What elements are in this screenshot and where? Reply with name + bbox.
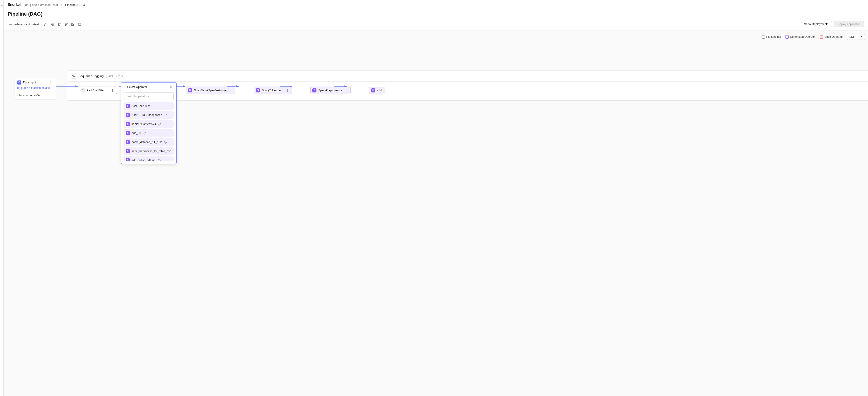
drag-handle-icon[interactable] xyxy=(124,86,125,88)
canvas[interactable]: Placeholder Committed Operator Stale Ope… xyxy=(4,31,868,396)
node-label: SpacyPreprocessor xyxy=(318,89,342,92)
legend-placeholder-label: Placeholder xyxy=(766,35,781,38)
svg-rect-5 xyxy=(72,75,73,76)
deploy-application-button: Deploy application xyxy=(834,21,864,27)
node-menu[interactable]: ⋮ xyxy=(110,88,115,92)
info-icon[interactable] xyxy=(158,159,161,161)
operator-option[interactable]: Cadd_public_pdf_url xyxy=(124,156,174,161)
search-operators-input[interactable] xyxy=(124,92,174,100)
operator-label: parse_datacap_full_102 xyxy=(131,141,162,144)
operator-badge: C xyxy=(126,158,130,161)
sidebar-rail xyxy=(0,0,4,396)
operator-badge: C xyxy=(126,122,130,126)
archive-icon[interactable] xyxy=(78,22,82,26)
node-label: SpacyTokenizer xyxy=(262,89,281,92)
node-label: add_ xyxy=(377,89,383,92)
operator-option[interactable]: Pparse_datacap_full_102 xyxy=(124,138,174,146)
sequence-tagging-block: Sequence Tagging (Block 17464) ? AsciiCh… xyxy=(67,70,868,100)
placeholder-swatch xyxy=(762,35,765,39)
operator-label: add_url xyxy=(131,131,141,135)
popover-title: Select Operator xyxy=(127,86,147,89)
block-title: Sequence Tagging xyxy=(79,74,104,78)
operator-label: sam_preprocess_for_table_con xyxy=(131,150,171,153)
stale-swatch xyxy=(819,35,823,39)
operator-option[interactable]: AAsciiCharFilter xyxy=(124,102,174,110)
page-title: Pipeline (DAG) xyxy=(8,11,42,17)
node-add-url[interactable]: U add_ xyxy=(369,87,385,94)
data-input-card[interactable]: D Data input ⋮ drug-ade-extraction-datas… xyxy=(14,78,56,99)
data-input-title: Data input xyxy=(23,81,36,84)
operator-badge: C xyxy=(126,149,130,153)
breadcrumb-separator: / xyxy=(61,3,62,6)
node-badge: U xyxy=(371,88,375,92)
edit-icon[interactable] xyxy=(43,22,48,26)
node-badge: N xyxy=(188,88,192,92)
node-label: AsciiCharFilter xyxy=(87,89,104,92)
legend-committed-label: Committed Operator xyxy=(790,35,815,38)
copy-icon[interactable] xyxy=(51,22,55,26)
operator-label: AsciiCharFilter xyxy=(131,104,150,108)
svg-rect-4 xyxy=(79,23,81,26)
cart-icon[interactable] xyxy=(64,22,68,26)
data-input-badge: D xyxy=(17,81,21,85)
legend: Placeholder Committed Operator Stale Ope… xyxy=(762,34,865,40)
operator-badge: A xyxy=(126,104,130,108)
close-icon[interactable]: ✕ xyxy=(169,85,174,89)
save-icon[interactable] xyxy=(71,22,75,26)
node-label: NounChunkSpanFeaturizer xyxy=(194,89,227,92)
info-icon[interactable] xyxy=(158,123,161,126)
node-badge: S xyxy=(256,88,260,92)
toolbar: drug-ade-extraction-testtt Show Deployme… xyxy=(4,21,868,31)
breadcrumb: drug-ade-extraction-testtt / Pipeline (D… xyxy=(25,3,85,6)
data-input-menu[interactable]: ⋮ xyxy=(49,80,53,85)
pipeline-name: drug-ade-extraction-testtt xyxy=(8,23,40,26)
info-icon[interactable] xyxy=(164,141,167,144)
operator-option[interactable]: CTableOfContentsV4 xyxy=(124,120,174,128)
logo: Snorkel xyxy=(8,3,21,7)
legend-stale-label: Stale Operator xyxy=(825,35,843,38)
operator-option[interactable]: Cadd_url xyxy=(124,129,174,137)
breadcrumb-current: Pipeline (DAG) xyxy=(65,3,85,6)
node-menu[interactable]: ⋮ xyxy=(344,88,348,92)
committed-swatch xyxy=(785,35,789,39)
info-icon[interactable] xyxy=(143,132,146,135)
node-spacypreprocessor[interactable]: S SpacyPreprocessor ⋮ xyxy=(310,87,350,94)
operator-option[interactable]: Csam_preprocess_for_table_con xyxy=(124,147,174,155)
operator-label: TableOfContentsV4 xyxy=(131,122,156,126)
mode-select[interactable]: EDIT▼ xyxy=(847,34,865,40)
chevron-down-icon: ▼ xyxy=(861,36,863,38)
node-menu[interactable]: ⋮ xyxy=(285,88,290,92)
block-icon xyxy=(71,73,76,79)
block-meta: (Block 17464) xyxy=(106,74,123,78)
node-spacytokenizer[interactable]: S SpacyTokenizer ⋮ xyxy=(254,87,292,94)
topbar: Snorkel drug-ade-extraction-testtt / Pip… xyxy=(4,0,868,10)
info-icon[interactable] xyxy=(164,114,167,117)
expand-sidebar-button[interactable] xyxy=(0,4,3,7)
show-deployments-button[interactable]: Show Deployments xyxy=(801,21,832,27)
svg-rect-6 xyxy=(74,76,74,77)
dataset-link[interactable]: drug-ade-extraction-dataset-07... xyxy=(17,86,53,90)
breadcrumb-project[interactable]: drug-ade-extraction-testtt xyxy=(25,3,58,6)
input-schema-label: Input schema (5) xyxy=(19,94,39,97)
node-asciicharfilter-placeholder[interactable]: ? AsciiCharFilter ⋮ xyxy=(79,87,117,94)
node-badge: ? xyxy=(81,88,85,92)
operator-badge: C xyxy=(126,113,130,117)
input-schema-toggle[interactable]: › Input schema (5) xyxy=(17,92,53,97)
mode-select-value: EDIT xyxy=(849,35,856,38)
node-badge: S xyxy=(312,88,316,92)
trash-icon[interactable] xyxy=(57,22,61,26)
operator-badge: C xyxy=(126,131,130,135)
select-operator-popover: Select Operator ✕ AAsciiCharFilterCAdd G… xyxy=(121,82,177,164)
chevron-right-icon: › xyxy=(17,94,18,97)
operator-label: Add GPT3.5 Responses xyxy=(131,114,162,117)
operator-option[interactable]: CAdd GPT3.5 Responses xyxy=(124,111,174,119)
node-menu[interactable]: ⋮ xyxy=(228,88,233,92)
operator-label: add_public_pdf_url xyxy=(131,159,156,161)
node-nounchunkspanfeaturizer[interactable]: N NounChunkSpanFeaturizer ⋮ xyxy=(186,87,235,94)
operator-badge: P xyxy=(126,140,130,144)
